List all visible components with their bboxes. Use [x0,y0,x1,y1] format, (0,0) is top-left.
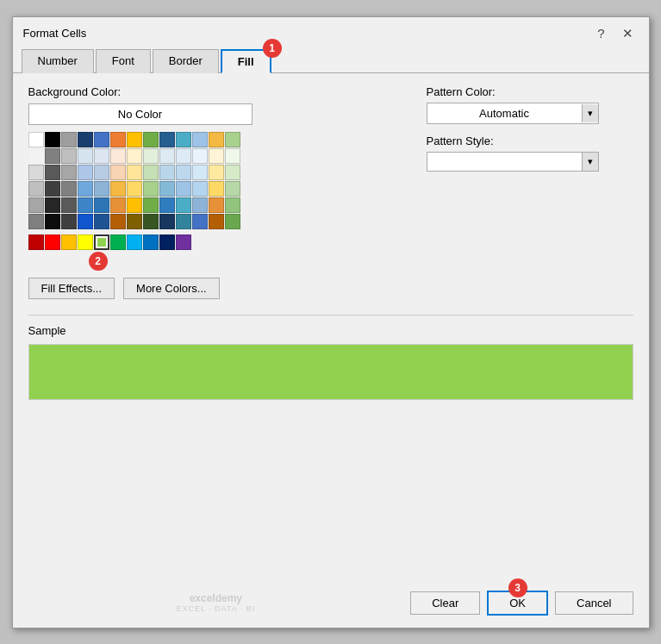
color-cell[interactable] [176,181,191,197]
color-cell[interactable] [192,214,208,229]
color-cell[interactable] [143,181,159,197]
color-cell[interactable] [127,214,142,229]
color-cell[interactable] [78,214,93,229]
color-cell[interactable] [28,234,44,250]
color-cell[interactable] [45,197,60,213]
color-cell[interactable] [159,132,175,147]
color-cell[interactable] [45,132,60,147]
color-cell[interactable] [225,148,240,164]
color-cell[interactable] [159,234,175,250]
color-cell[interactable] [78,148,93,164]
color-cell[interactable] [94,197,109,213]
pattern-style-arrow-icon[interactable]: ▾ [582,153,598,171]
color-cell[interactable] [61,234,77,250]
color-cell[interactable] [143,197,159,213]
color-cell[interactable] [159,165,175,180]
tab-font[interactable]: Font [96,49,151,73]
color-cell[interactable] [209,214,224,229]
color-cell[interactable] [94,181,109,197]
color-cell[interactable] [209,165,224,180]
color-cell[interactable] [225,181,240,197]
color-cell[interactable] [127,181,142,197]
color-cell[interactable] [78,197,93,213]
color-cell[interactable] [45,234,60,250]
color-cell[interactable] [110,165,126,180]
color-cell[interactable] [143,148,159,164]
color-cell[interactable] [78,165,93,180]
color-cell[interactable] [61,132,77,147]
color-cell-selected[interactable] [94,234,109,250]
color-cell[interactable] [45,214,60,229]
color-cell[interactable] [28,181,44,197]
color-cell[interactable] [176,165,191,180]
color-cell[interactable] [127,132,142,147]
color-cell[interactable] [127,165,142,180]
color-cell[interactable] [143,132,159,147]
color-cell[interactable] [45,181,60,197]
help-button[interactable]: ? [592,24,609,42]
tab-fill[interactable]: Fill 1 [221,49,271,73]
color-cell[interactable] [192,165,208,180]
color-cell[interactable] [61,214,77,229]
color-cell[interactable] [61,165,77,180]
color-cell[interactable] [28,148,44,164]
color-cell[interactable] [110,234,126,250]
color-cell[interactable] [176,148,191,164]
pattern-color-dropdown[interactable]: Automatic ▾ [427,103,599,124]
color-cell[interactable] [78,132,93,147]
color-cell[interactable] [209,197,224,213]
color-cell[interactable] [225,197,240,213]
color-cell[interactable] [45,148,60,164]
color-cell[interactable] [28,214,44,229]
color-cell[interactable] [127,148,142,164]
color-cell[interactable] [192,181,208,197]
color-cell[interactable] [61,181,77,197]
color-cell[interactable] [110,214,126,229]
color-cell[interactable] [94,165,109,180]
color-cell[interactable] [110,197,126,213]
more-colors-button[interactable]: More Colors... [123,278,220,299]
color-cell[interactable] [209,132,224,147]
color-cell[interactable] [61,148,77,164]
color-cell[interactable] [176,214,191,229]
color-cell[interactable] [143,214,159,229]
no-color-button[interactable]: No Color [28,103,253,125]
color-cell[interactable] [159,197,175,213]
color-cell[interactable] [225,132,240,147]
clear-button[interactable]: Clear [410,591,480,615]
color-cell[interactable] [94,214,109,229]
color-cell[interactable] [61,197,77,213]
color-cell[interactable] [159,181,175,197]
color-cell[interactable] [192,132,208,147]
color-cell[interactable] [209,181,224,197]
color-cell[interactable] [78,181,93,197]
color-cell[interactable] [94,148,109,164]
color-cell[interactable] [94,132,109,147]
color-cell[interactable] [110,181,126,197]
color-cell[interactable] [78,234,93,250]
color-cell[interactable] [28,197,44,213]
color-cell[interactable] [209,148,224,164]
color-cell[interactable] [143,234,159,250]
color-cell[interactable] [176,132,191,147]
color-cell[interactable] [225,214,240,229]
color-cell[interactable] [127,197,142,213]
color-cell[interactable] [28,165,44,180]
color-cell[interactable] [176,234,191,250]
pattern-style-dropdown[interactable]: ▾ [427,152,599,172]
color-cell[interactable] [159,214,175,229]
color-cell[interactable] [110,148,126,164]
close-button[interactable]: ✕ [617,24,639,43]
color-cell[interactable] [45,165,60,180]
pattern-color-arrow-icon[interactable]: ▾ [582,104,598,122]
color-cell[interactable] [225,165,240,180]
cancel-button[interactable]: Cancel [555,591,633,615]
fill-effects-button[interactable]: Fill Effects... [28,278,115,299]
color-cell[interactable] [159,148,175,164]
color-cell[interactable] [110,132,126,147]
tab-number[interactable]: Number [22,49,94,73]
color-cell[interactable] [192,197,208,213]
color-cell[interactable] [127,234,142,250]
color-cell[interactable] [143,165,159,180]
color-cell[interactable] [192,148,208,164]
